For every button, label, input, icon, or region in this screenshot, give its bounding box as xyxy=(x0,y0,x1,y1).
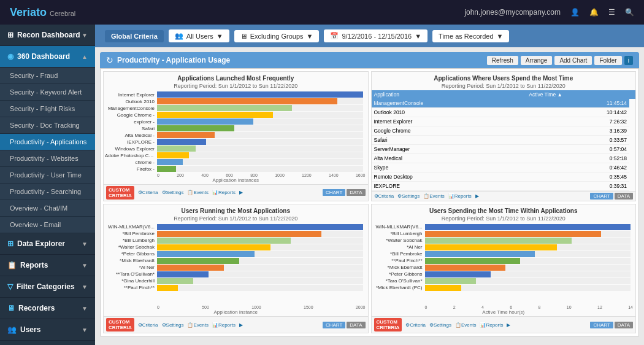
arrange-button[interactable]: Arrange xyxy=(521,56,553,65)
bar-fill xyxy=(425,224,631,230)
table-row[interactable]: Skype0:46:42 xyxy=(372,163,636,172)
chevron-down-icon: ▼ xyxy=(82,241,88,247)
criteria-link[interactable]: ⚙Criteria xyxy=(138,190,158,195)
chart-footer-top-left: CUSTOMCRITERIA ⚙Criteria ⚙Settings 📋Even… xyxy=(104,184,368,201)
sidebar-item-productivity-websites[interactable]: Productivity - Websites xyxy=(0,150,95,167)
sidebar-item-productivity-applications[interactable]: Productivity - Applications xyxy=(0,134,95,150)
more-link-bl[interactable]: ▶ xyxy=(239,322,243,328)
bar-label: *Peter Gibbons xyxy=(105,251,157,257)
active-time-cell: 0:52:18 xyxy=(526,154,629,163)
more-link-br[interactable]: ▶ xyxy=(507,322,510,328)
table-row[interactable]: Outlook 201010:14:42 xyxy=(372,108,636,117)
bar-fill xyxy=(157,231,321,237)
bar-label: **Paul Finch** xyxy=(373,258,425,263)
groups-filter-button[interactable]: 🖥 Excluding Groups ▼ xyxy=(234,30,320,42)
sidebar-item-security-keyword[interactable]: Security - Keyword Alert xyxy=(0,84,95,101)
table-row[interactable]: Alta Medical0:52:18 xyxy=(372,154,636,163)
settings-link-br[interactable]: ⚙Settings xyxy=(429,322,451,328)
sidebar-item-users[interactable]: 👥 Users ▼ xyxy=(0,319,95,341)
settings-link-bl[interactable]: ⚙Settings xyxy=(162,322,184,328)
sidebar-item-data-explorer[interactable]: ⊞ Data Explorer ▼ xyxy=(0,233,95,255)
chart-top-right-title: Applications Where Users Spend the Most … xyxy=(372,72,636,83)
chart-top-left: Applications Launched Most Frequently Re… xyxy=(103,71,369,201)
data-btn[interactable]: DATA xyxy=(347,189,365,196)
table-row[interactable]: Safari0:33:57 xyxy=(372,136,636,145)
bar-fill xyxy=(157,224,363,230)
table-row[interactable]: Google Chrome3:16:39 xyxy=(372,126,636,136)
users-filter-button[interactable]: 👥 All Users ▼ xyxy=(169,29,229,42)
user-icon[interactable]: 👤 xyxy=(570,8,580,17)
criteria-link-r[interactable]: ⚙Criteria xyxy=(374,193,394,199)
table-row[interactable]: Remote Desktop0:35:45 xyxy=(372,172,636,182)
chart-btn-r[interactable]: CHART xyxy=(590,193,613,200)
bar-row: *Bill Lumbergh xyxy=(105,238,363,244)
sidebar-item-productivity-searching[interactable]: Productivity - Searching xyxy=(0,184,95,200)
bar-track xyxy=(425,224,631,230)
bar-row: IEXPLORE - xyxy=(105,139,363,145)
more-link[interactable]: ▶ xyxy=(239,190,243,195)
reports-link[interactable]: 📊Reports xyxy=(212,190,236,195)
reports-link-br[interactable]: 📊Reports xyxy=(480,322,503,328)
bar-row: Alta Medical - xyxy=(105,132,363,138)
table-header[interactable]: Active Time ▲ xyxy=(526,90,629,99)
sidebar-item-recon-dashboard[interactable]: ⊞ Recon Dashboard ▼ xyxy=(0,25,95,46)
bar-label: *Mick Eberhardt xyxy=(373,265,425,270)
chart-btn-bl[interactable]: CHART xyxy=(323,322,345,328)
table-header[interactable]: Application xyxy=(372,90,527,99)
table-row[interactable]: IEXPLORE0:39:31 xyxy=(372,182,636,191)
settings-link[interactable]: ⚙Settings xyxy=(162,190,184,195)
data-btn-br[interactable]: DATA xyxy=(615,322,633,328)
add-chart-button[interactable]: Add Chart xyxy=(554,56,592,65)
data-btn-bl[interactable]: DATA xyxy=(347,322,365,328)
sidebar-item-overview-chatim[interactable]: Overview - Chat/IM xyxy=(0,200,95,217)
reports-link-bl[interactable]: 📊Reports xyxy=(212,322,236,328)
chart-btn-br[interactable]: CHART xyxy=(590,322,613,328)
sidebar-item-security-flight[interactable]: Security - Flight Risks xyxy=(0,101,95,117)
sidebar-item-security-fraud[interactable]: Security - Fraud xyxy=(0,68,95,84)
table-row[interactable]: ServerManager0:57:04 xyxy=(372,145,636,154)
criteria-link-bl[interactable]: ⚙Criteria xyxy=(138,322,158,328)
sidebar-item-alerts-policies[interactable]: 🛡 Alerts & Policies ▼ xyxy=(0,341,95,345)
time-filter-button[interactable]: Time as Recorded ▼ xyxy=(432,30,509,42)
bar-label: *Peter Gibbons xyxy=(373,271,425,277)
criteria-link-br[interactable]: ⚙Criteria xyxy=(405,322,426,328)
dashboard: ↻ Productivity - Application Usage Refre… xyxy=(95,47,644,345)
search-icon[interactable]: 🔍 xyxy=(625,8,634,17)
sidebar-item-overview-email[interactable]: Overview - Email xyxy=(0,217,95,233)
info-button[interactable]: i xyxy=(624,56,633,65)
date-filter-button[interactable]: 📅 9/12/2016 - 12/15/2016 ▼ xyxy=(324,29,427,42)
chart-top-left-title: Applications Launched Most Frequently xyxy=(104,72,368,83)
table-row[interactable]: ManagementConsole11:45:14 xyxy=(372,99,636,108)
chevron-down-icon: ▼ xyxy=(497,33,504,40)
folder-button[interactable]: Folder xyxy=(594,56,621,65)
sidebar-item-security-doc-tracking[interactable]: Security - Doc Tracking xyxy=(0,117,95,134)
table-row[interactable]: Internet Explorer7:26:32 xyxy=(372,117,636,126)
events-link-r[interactable]: 📋Events xyxy=(423,193,444,199)
active-time-cell: 0:57:04 xyxy=(526,145,629,154)
active-time-cell: 0:35:45 xyxy=(526,172,629,182)
sidebar-item-filter-categories[interactable]: ▽ Filter Categories ▼ xyxy=(0,276,95,298)
bell-icon[interactable]: 🔔 xyxy=(589,8,599,17)
data-btn-r[interactable]: DATA xyxy=(615,193,633,200)
chart-top-left-subtitle: Reporting Period: Sun 1/1/2012 to Sun 11… xyxy=(104,83,368,90)
reports-link-r[interactable]: 📊Reports xyxy=(448,193,472,199)
bar-row: *Mick Eberhardt xyxy=(373,265,631,271)
app-name-cell: IEXPLORE xyxy=(372,182,527,191)
sidebar-reports-label: Reports xyxy=(20,261,48,269)
events-link[interactable]: 📋Events xyxy=(187,190,208,195)
menu-icon[interactable]: ☰ xyxy=(608,8,615,17)
more-link-r[interactable]: ▶ xyxy=(475,193,479,199)
events-link-br[interactable]: 📋Events xyxy=(455,322,476,328)
refresh-button[interactable]: Refresh xyxy=(487,56,518,65)
chart-btn[interactable]: CHART xyxy=(323,189,345,196)
sidebar-data-explorer-label: Data Explorer xyxy=(17,239,65,248)
chart-footer-links-bl: ⚙Criteria ⚙Settings 📋Events 📊Reports ▶ xyxy=(138,322,243,328)
sidebar-item-productivity-user-time[interactable]: Productivity - User Time xyxy=(0,167,95,184)
sidebar-item-360-dashboard[interactable]: ◉ 360 Dashboard ▲ xyxy=(0,46,95,68)
settings-link-r[interactable]: ⚙Settings xyxy=(397,193,420,199)
bar-fill xyxy=(425,271,491,277)
events-link-bl[interactable]: 📋Events xyxy=(187,322,208,328)
sidebar-item-recorders[interactable]: 🖥 Recorders ▼ xyxy=(0,298,95,319)
sidebar-item-reports[interactable]: 📋 Reports ▼ xyxy=(0,255,95,276)
bar-fill xyxy=(425,285,462,291)
